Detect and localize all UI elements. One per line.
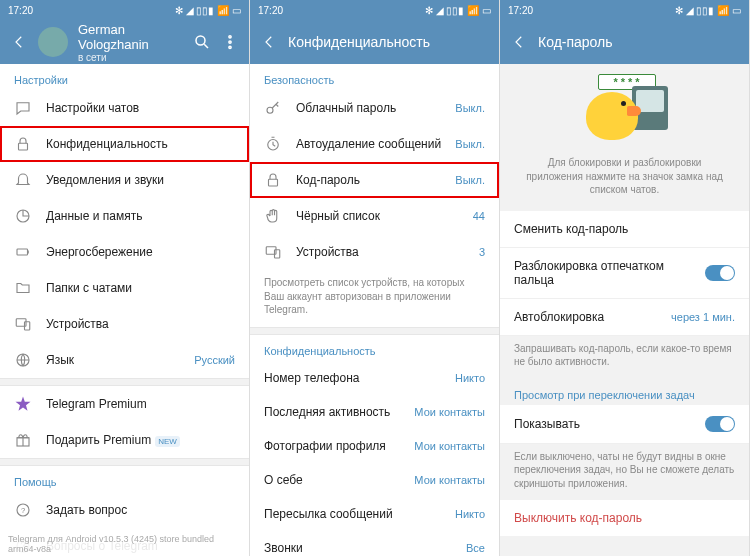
row-value: Мои контакты — [414, 440, 485, 452]
row-phone-number[interactable]: Номер телефона Никто — [250, 361, 499, 395]
row-label: Звонки — [264, 541, 452, 555]
settings-content[interactable]: Настройки Настройки чатов Конфиденциальн… — [0, 64, 249, 556]
svg-text:?: ? — [21, 506, 25, 515]
row-chat-settings[interactable]: Настройки чатов — [0, 90, 249, 126]
row-label: О себе — [264, 473, 400, 487]
duck-safe-sticker: **** — [580, 78, 670, 148]
status-bar: 17:20 ✻ ◢ ▯▯▮ 📶 ▭ — [250, 0, 499, 20]
row-label: Энергосбережение — [46, 245, 235, 259]
row-passcode[interactable]: Код-пароль Выкл. — [250, 162, 499, 198]
divider — [250, 327, 499, 335]
row-value: Выкл. — [455, 102, 485, 114]
battery-icon — [14, 243, 32, 261]
row-calls[interactable]: Звонки Все — [250, 531, 499, 557]
row-forwarding[interactable]: Пересылка сообщений Никто — [250, 497, 499, 531]
row-premium[interactable]: Telegram Premium — [0, 386, 249, 422]
row-value: Никто — [455, 372, 485, 384]
key-icon — [264, 99, 282, 117]
row-label: Данные и память — [46, 209, 235, 223]
row-show-content[interactable]: Показывать — [500, 405, 749, 444]
status-time: 17:20 — [258, 5, 283, 16]
row-language[interactable]: Язык Русский — [0, 342, 249, 378]
question-chat-icon: ? — [14, 501, 32, 519]
row-folders[interactable]: Папки с чатами — [0, 270, 249, 306]
section-settings: Настройки — [0, 64, 249, 90]
divider — [0, 458, 249, 466]
toolbar-title: Код-пароль — [538, 34, 739, 50]
back-icon[interactable] — [10, 33, 28, 51]
svg-point-3 — [229, 46, 231, 48]
row-label: Выключить код-пароль — [514, 511, 642, 525]
section-privacy: Конфиденциальность — [250, 335, 499, 361]
passcode-toolbar: Код-пароль — [500, 20, 749, 64]
show-content-toggle[interactable] — [705, 416, 735, 432]
profile-block[interactable]: German Vologzhanin в сети — [78, 22, 183, 63]
row-label: Telegram Premium — [46, 397, 235, 411]
row-gift-premium[interactable]: Подарить PremiumNEW — [0, 422, 249, 458]
back-icon[interactable] — [510, 33, 528, 51]
folder-icon — [14, 279, 32, 297]
show-content-caption: Если выключено, чаты не будут видны в ок… — [500, 444, 749, 501]
row-cloud-password[interactable]: Облачный пароль Выкл. — [250, 90, 499, 126]
chat-icon — [14, 99, 32, 117]
row-fingerprint[interactable]: Разблокировка отпечатком пальца — [500, 248, 749, 299]
avatar[interactable] — [38, 27, 68, 57]
row-change-passcode[interactable]: Сменить код-пароль — [500, 211, 749, 248]
row-disable-passcode[interactable]: Выключить код-пароль — [500, 500, 749, 536]
passcode-content[interactable]: **** Для блокировки и разблокировки прил… — [500, 64, 749, 556]
row-label: Автоблокировка — [514, 310, 604, 324]
section-help: Помощь — [0, 466, 249, 492]
devices-caption: Просмотреть список устройств, на которых… — [250, 270, 499, 327]
profile-toolbar: German Vologzhanin в сети — [0, 20, 249, 64]
privacy-screen: 17:20 ✻ ◢ ▯▯▮ 📶 ▭ Конфиденциальность Без… — [250, 0, 500, 556]
section-security: Безопасность — [250, 64, 499, 90]
row-value: 44 — [473, 210, 485, 222]
lock-icon — [264, 171, 282, 189]
row-label: Номер телефона — [264, 371, 441, 385]
more-icon[interactable] — [221, 33, 239, 51]
row-profile-photos[interactable]: Фотографии профиля Мои контакты — [250, 429, 499, 463]
row-value: Все — [466, 542, 485, 554]
row-sessions[interactable]: Устройства 3 — [250, 234, 499, 270]
row-data-storage[interactable]: Данные и память — [0, 198, 249, 234]
toolbar-title: Конфиденциальность — [288, 34, 489, 50]
duck-graphic — [586, 92, 638, 140]
version-text: Telegram для Android v10.5.3 (4245) stor… — [8, 534, 241, 554]
svg-point-1 — [229, 36, 231, 38]
row-label: Показывать — [514, 417, 580, 431]
row-auto-delete[interactable]: Автоудаление сообщений Выкл. — [250, 126, 499, 162]
row-label: Чёрный список — [296, 209, 459, 223]
back-icon[interactable] — [260, 33, 278, 51]
row-value: Мои контакты — [414, 406, 485, 418]
row-label: Облачный пароль — [296, 101, 441, 115]
status-bar: 17:20 ✻ ◢ ▯▯▮ 📶 ▭ — [500, 0, 749, 20]
svg-rect-4 — [19, 143, 28, 150]
svg-point-0 — [196, 36, 205, 45]
devices-icon — [14, 315, 32, 333]
status-time: 17:20 — [8, 5, 33, 16]
row-blocked-users[interactable]: Чёрный список 44 — [250, 198, 499, 234]
status-icons: ✻ ◢ ▯▯▮ 📶 ▭ — [425, 5, 491, 16]
autolock-caption: Запрашивать код-пароль, если какое-то вр… — [500, 336, 749, 379]
row-privacy[interactable]: Конфиденциальность — [0, 126, 249, 162]
row-notifications[interactable]: Уведомления и звуки — [0, 162, 249, 198]
hand-icon — [264, 207, 282, 225]
row-last-seen[interactable]: Последняя активность Мои контакты — [250, 395, 499, 429]
row-label: Последняя активность — [264, 405, 400, 419]
row-label: Папки с чатами — [46, 281, 235, 295]
star-icon — [14, 395, 32, 413]
fingerprint-toggle[interactable] — [705, 265, 735, 281]
passcode-screen: 17:20 ✻ ◢ ▯▯▮ 📶 ▭ Код-пароль **** Для бл… — [500, 0, 750, 556]
privacy-content[interactable]: Безопасность Облачный пароль Выкл. Автоу… — [250, 64, 499, 556]
row-power[interactable]: Энергосбережение — [0, 234, 249, 270]
row-label: Автоудаление сообщений — [296, 137, 441, 151]
row-ask-question[interactable]: ? Задать вопрос — [0, 492, 249, 528]
row-autolock[interactable]: Автоблокировка через 1 мин. — [500, 299, 749, 336]
row-value: Мои контакты — [414, 474, 485, 486]
row-label: Устройства — [46, 317, 235, 331]
svg-point-2 — [229, 41, 231, 43]
row-about[interactable]: О себе Мои контакты — [250, 463, 499, 497]
row-value: 3 — [479, 246, 485, 258]
row-devices[interactable]: Устройства — [0, 306, 249, 342]
search-icon[interactable] — [193, 33, 211, 51]
